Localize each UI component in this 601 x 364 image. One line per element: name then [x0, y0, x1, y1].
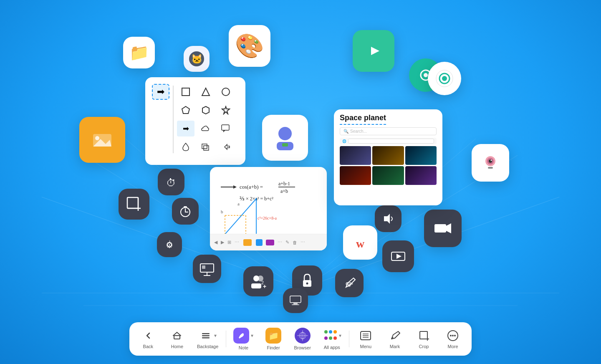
svg-point-122: [452, 335, 454, 336]
math-toolbar: ◀ ▶ ⊞ ⋯ ⋯ ✎ 🗑 ⋯: [210, 234, 327, 250]
svg-text:✏: ✏: [346, 279, 354, 289]
toolbar: Back Home ▾ Backstage ▾: [129, 322, 472, 356]
crop-label: Crop: [419, 344, 429, 349]
svg-point-68: [306, 283, 308, 285]
svg-text:a+b-1: a+b-1: [278, 181, 290, 187]
shape-droplet[interactable]: [177, 139, 194, 155]
svg-point-121: [450, 335, 452, 336]
more-label: More: [448, 344, 458, 349]
svg-point-14: [424, 73, 428, 77]
svg-rect-41: [184, 206, 187, 207]
shape-pentagon[interactable]: [177, 102, 194, 118]
menu-button[interactable]: Menu: [353, 326, 378, 351]
crop-icon: [417, 329, 431, 342]
backstage-button[interactable]: ▾ Backstage: [194, 326, 222, 351]
svg-marker-77: [202, 88, 210, 96]
mark-label: Mark: [390, 344, 400, 349]
avatar-icon[interactable]: [262, 115, 308, 161]
note-icon: [233, 328, 249, 344]
shape-picker-card: ➡ ➡: [145, 77, 245, 165]
mark-button[interactable]: Mark: [382, 326, 407, 351]
timer-icon[interactable]: [172, 198, 199, 225]
selected-shape[interactable]: ➡: [152, 84, 169, 100]
svg-rect-24: [282, 143, 288, 147]
screen-icon[interactable]: [283, 288, 308, 313]
shape-square[interactable]: [177, 84, 194, 100]
sound-icon[interactable]: [375, 205, 402, 232]
back-button[interactable]: Back: [136, 326, 161, 351]
svg-rect-75: [292, 304, 299, 305]
menu-label: Menu: [360, 344, 372, 349]
shape-arrow3d[interactable]: [217, 139, 235, 155]
svg-text:2: 2: [261, 280, 264, 285]
svg-rect-76: [182, 88, 189, 96]
svg-point-22: [278, 127, 292, 140]
allapps-chevron: ▾: [339, 333, 341, 339]
wps-icon[interactable]: w: [343, 225, 377, 260]
shape-arrow-right[interactable]: ➡: [177, 121, 194, 136]
shape-cloud[interactable]: [197, 121, 215, 136]
more-button[interactable]: More: [440, 326, 465, 351]
files-icon[interactable]: 📁: [123, 37, 155, 68]
finder-button[interactable]: 📁 Finder: [261, 325, 286, 353]
svg-point-29: [491, 160, 492, 161]
shape-circle[interactable]: [217, 84, 235, 100]
allapps-button[interactable]: ▾ All apps: [319, 326, 345, 352]
svg-text:a: a: [237, 201, 240, 206]
svg-rect-59: [202, 265, 205, 269]
svg-text:⚙: ⚙: [166, 240, 173, 250]
settings-icon[interactable]: ⚙: [157, 232, 182, 257]
home-label: Home: [171, 344, 183, 349]
multiuser-icon[interactable]: + 2: [243, 266, 273, 296]
media-player-icon[interactable]: [353, 30, 394, 72]
finder-label: Finder: [267, 345, 280, 350]
svg-rect-105: [202, 335, 210, 336]
shape-star[interactable]: [217, 102, 235, 118]
webcam-icon[interactable]: [472, 144, 509, 182]
svg-text:⏱: ⏱: [166, 177, 176, 188]
shape-triangle[interactable]: [197, 84, 215, 100]
shape-hexagon[interactable]: [197, 102, 215, 118]
paint-icon[interactable]: 🎨: [229, 25, 270, 67]
video-record-icon[interactable]: [424, 210, 462, 247]
svg-rect-72: [288, 293, 303, 308]
presentation-icon[interactable]: [193, 255, 221, 283]
svg-marker-80: [202, 106, 209, 114]
svg-marker-94: [225, 199, 256, 234]
svg-point-78: [222, 88, 230, 96]
svg-rect-117: [420, 331, 427, 339]
svg-text:cos(a+b) =: cos(a+b) =: [240, 184, 263, 190]
svg-marker-81: [222, 106, 230, 114]
browser-label: Browser: [294, 345, 311, 350]
edit-icon[interactable]: ✏: [335, 269, 364, 297]
menu-icon: [359, 329, 372, 342]
note-chevron: ▾: [251, 333, 253, 339]
allapps-icon: [322, 328, 337, 343]
note-label: Note: [239, 345, 248, 350]
svg-rect-103: [174, 336, 180, 339]
note-button[interactable]: ▾ Note: [230, 325, 257, 353]
circle-record-icon[interactable]: [428, 62, 461, 95]
screenmirror-icon[interactable]: [382, 240, 414, 272]
space-planet-card: Space planet 🔍 Search... 🌐: [334, 109, 442, 205]
cat-app-icon[interactable]: 🐱: [184, 46, 210, 72]
svg-point-20: [95, 136, 99, 140]
shape-cube[interactable]: [197, 139, 215, 155]
crop-button[interactable]: Crop: [412, 326, 437, 351]
home-button[interactable]: Home: [164, 326, 189, 351]
browser-icon: [295, 328, 311, 344]
shape-callout[interactable]: [217, 121, 235, 136]
backstage-label: Backstage: [197, 344, 218, 349]
gallery-icon[interactable]: [79, 117, 125, 163]
home-icon: [170, 329, 184, 342]
screentime-icon[interactable]: ⏱: [158, 169, 184, 195]
svg-marker-86: [225, 144, 230, 149]
backstage-icon: [199, 329, 212, 342]
svg-rect-84: [204, 146, 209, 150]
math-card: cos(a+b) = a+b-1 a+b ⅔ × 2×a² = b+c² b a…: [210, 167, 327, 250]
backstage-chevron: ▾: [214, 333, 217, 339]
browser-button[interactable]: Browser: [290, 325, 315, 353]
allapps-label: All apps: [324, 345, 340, 350]
svg-text:w: w: [356, 237, 365, 250]
crop-tool-icon[interactable]: [119, 189, 149, 220]
